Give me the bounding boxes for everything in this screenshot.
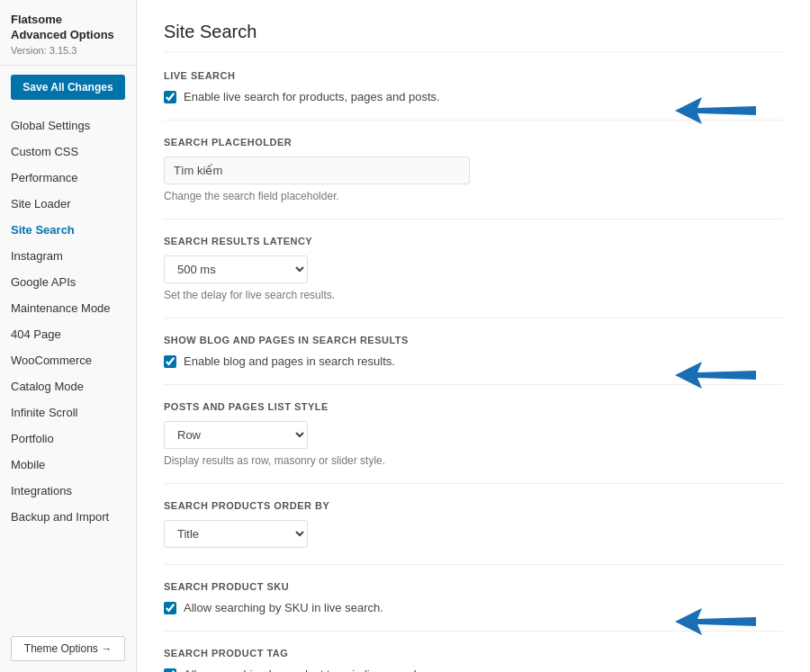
section-label-search-product-sku: SEARCH PRODUCT SKU bbox=[164, 581, 783, 592]
checkbox-row-search-product-tag: Allow searching by product tags in live … bbox=[164, 668, 783, 672]
section-search-products-order-by: SEARCH PRODUCTS ORDER BYTitleDatePricePo… bbox=[164, 500, 783, 565]
checkbox-show-blog-pages[interactable] bbox=[164, 355, 176, 368]
sidebar-item-mobile[interactable]: Mobile bbox=[0, 452, 136, 478]
sections-container: LIVE SEARCHEnable live search for produc… bbox=[164, 70, 783, 672]
section-live-search: LIVE SEARCHEnable live search for produc… bbox=[164, 70, 783, 121]
sidebar-item-site-loader[interactable]: Site Loader bbox=[0, 191, 136, 217]
section-description-search-placeholder: Change the search field placeholder. bbox=[164, 190, 783, 202]
section-search-product-tag: SEARCH PRODUCT TAGAllow searching by pro… bbox=[164, 648, 783, 672]
section-description-search-results-latency: Set the delay for live search results. bbox=[164, 289, 783, 301]
sidebar-item-catalog-mode[interactable]: Catalog Mode bbox=[0, 373, 136, 399]
svg-marker-0 bbox=[675, 97, 756, 124]
text-input-search-placeholder[interactable] bbox=[164, 157, 470, 184]
sidebar-item-global-settings[interactable]: Global Settings bbox=[0, 112, 136, 139]
sidebar-save-button[interactable]: Save All Changes bbox=[11, 75, 125, 100]
sidebar-item-infinite-scroll[interactable]: Infinite Scroll bbox=[0, 399, 136, 426]
sidebar-item-instagram[interactable]: Instagram bbox=[0, 243, 136, 269]
svg-marker-1 bbox=[675, 362, 756, 389]
sidebar-item-404-page[interactable]: 404 Page bbox=[0, 321, 136, 347]
section-search-product-sku: SEARCH PRODUCT SKUAllow searching by SKU… bbox=[164, 581, 783, 632]
checkbox-label-show-blog-pages: Enable blog and pages in search results. bbox=[184, 354, 395, 368]
checkbox-label-search-product-sku: Allow searching by SKU in live search. bbox=[184, 601, 383, 614]
sidebar-header: Flatsome Advanced Options Version: 3.15.… bbox=[0, 0, 136, 66]
section-posts-pages-list-style: POSTS AND PAGES LIST STYLERowMasonrySlid… bbox=[164, 401, 783, 484]
sidebar-item-integrations[interactable]: Integrations bbox=[0, 478, 136, 504]
sidebar-item-custom-css[interactable]: Custom CSS bbox=[0, 139, 136, 165]
section-search-results-latency: SEARCH RESULTS LATENCY100 ms200 ms300 ms… bbox=[164, 236, 783, 318]
sidebar: Flatsome Advanced Options Version: 3.15.… bbox=[0, 0, 137, 672]
sidebar-item-google-apis[interactable]: Google APIs bbox=[0, 269, 136, 295]
select-search-results-latency[interactable]: 100 ms200 ms300 ms500 ms700 ms1000 ms bbox=[164, 255, 308, 283]
checkbox-search-product-sku[interactable] bbox=[164, 602, 176, 614]
select-search-products-order-by[interactable]: TitleDatePricePopularity bbox=[164, 520, 308, 548]
sidebar-item-site-search[interactable]: Site Search bbox=[0, 217, 136, 243]
section-label-search-placeholder: SEARCH PLACEHOLDER bbox=[164, 137, 783, 148]
section-label-search-products-order-by: SEARCH PRODUCTS ORDER BY bbox=[164, 500, 783, 511]
section-show-blog-pages: SHOW BLOG AND PAGES IN SEARCH RESULTSEna… bbox=[164, 335, 783, 385]
section-search-placeholder: SEARCH PLACEHOLDERChange the search fiel… bbox=[164, 137, 783, 220]
sidebar-nav: Global SettingsCustom CSSPerformanceSite… bbox=[0, 109, 136, 629]
section-description-posts-pages-list-style: Display results as row, masonry or slide… bbox=[164, 454, 783, 467]
arrow-container bbox=[675, 608, 756, 638]
arrow-annotation-icon bbox=[675, 608, 756, 635]
theme-options-button[interactable]: Theme Options → bbox=[11, 636, 125, 661]
section-label-posts-pages-list-style: POSTS AND PAGES LIST STYLE bbox=[164, 401, 783, 412]
checkbox-search-product-tag[interactable] bbox=[164, 668, 176, 673]
sidebar-item-woocommerce[interactable]: WooCommerce bbox=[0, 347, 136, 373]
arrow-annotation-icon bbox=[675, 97, 756, 124]
checkbox-live-search[interactable] bbox=[164, 91, 176, 103]
sidebar-item-maintenance-mode[interactable]: Maintenance Mode bbox=[0, 295, 136, 321]
checkbox-label-search-product-tag: Allow searching by product tags in live … bbox=[184, 668, 424, 672]
checkbox-label-live-search: Enable live search for products, pages a… bbox=[184, 90, 440, 103]
arrow-container bbox=[675, 97, 756, 127]
sidebar-item-backup-import[interactable]: Backup and Import bbox=[0, 504, 136, 530]
main-content: Site Search LIVE SEARCHEnable live searc… bbox=[137, 0, 810, 672]
arrow-annotation-icon bbox=[675, 362, 756, 389]
sidebar-item-performance[interactable]: Performance bbox=[0, 165, 136, 191]
arrow-container bbox=[675, 362, 756, 391]
section-label-search-results-latency: SEARCH RESULTS LATENCY bbox=[164, 236, 783, 246]
select-posts-pages-list-style[interactable]: RowMasonrySlider bbox=[164, 421, 308, 449]
app-title: Flatsome Advanced Options bbox=[11, 13, 125, 43]
svg-marker-2 bbox=[675, 608, 756, 635]
sidebar-item-portfolio[interactable]: Portfolio bbox=[0, 426, 136, 452]
section-label-show-blog-pages: SHOW BLOG AND PAGES IN SEARCH RESULTS bbox=[164, 335, 783, 345]
section-label-search-product-tag: SEARCH PRODUCT TAG bbox=[164, 648, 783, 659]
app-version: Version: 3.15.3 bbox=[11, 45, 125, 56]
section-label-live-search: LIVE SEARCH bbox=[164, 70, 783, 81]
page-title: Site Search bbox=[164, 22, 783, 52]
